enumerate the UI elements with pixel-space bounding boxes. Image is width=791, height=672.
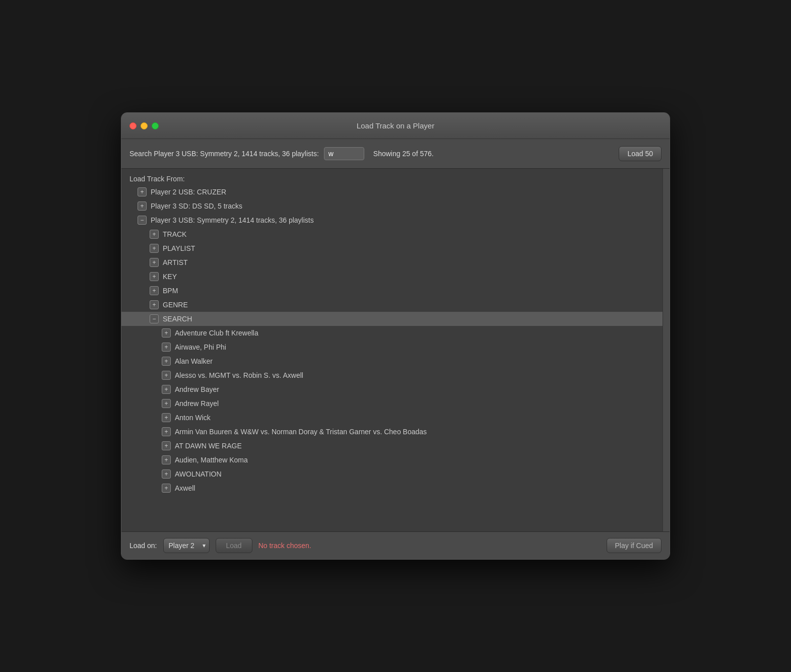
item-label: Adventure Club ft Krewella [175, 329, 258, 337]
list-item[interactable]: + AT DAWN WE RAGE [121, 439, 663, 453]
bottom-bar: Load on: Player 2 Player 3 Player 4 Load… [121, 531, 670, 559]
collapse-icon[interactable]: − [138, 216, 147, 225]
item-label: Airwave, Phi Phi [175, 343, 226, 351]
maximize-button[interactable] [152, 122, 159, 129]
expand-icon[interactable]: + [162, 469, 171, 479]
item-label: KEY [163, 273, 177, 281]
item-label: Armin Van Buuren & W&W vs. Norman Doray … [175, 428, 427, 436]
load50-button[interactable]: Load 50 [619, 146, 662, 161]
list-item[interactable]: + Audien, Matthew Koma [121, 453, 663, 467]
item-label: Andrew Rayel [175, 399, 219, 408]
list-item[interactable]: + Armin Van Buuren & W&W vs. Norman Dora… [121, 425, 663, 439]
item-label: Alan Walker [175, 357, 213, 365]
item-label: Anton Wick [175, 414, 211, 422]
expand-icon[interactable]: + [150, 272, 159, 281]
item-label: Player 3 USB: Symmetry 2, 1414 tracks, 3… [151, 216, 314, 224]
expand-icon[interactable]: + [138, 187, 147, 196]
item-label: Player 2 USB: CRUZER [151, 188, 226, 196]
list-item[interactable]: + Anton Wick [121, 411, 663, 425]
load-button[interactable]: Load [216, 538, 252, 553]
item-label: Andrew Bayer [175, 385, 219, 393]
tree-header: Load Track From: [121, 173, 663, 185]
close-button[interactable] [129, 122, 137, 129]
list-item[interactable]: − Player 3 USB: Symmetry 2, 1414 tracks,… [121, 213, 663, 227]
item-label: SEARCH [163, 315, 192, 323]
item-label: ARTIST [163, 258, 188, 266]
player-select-wrapper[interactable]: Player 2 Player 3 Player 4 [163, 538, 210, 553]
expand-icon[interactable]: + [162, 399, 171, 408]
list-item[interactable]: + ARTIST [121, 255, 663, 270]
search-item[interactable]: − SEARCH [121, 312, 663, 326]
list-item[interactable]: + Airwave, Phi Phi [121, 340, 663, 354]
toolbar: Search Player 3 USB: Symmetry 2, 1414 tr… [121, 139, 670, 169]
expand-icon[interactable]: + [162, 343, 171, 352]
list-item[interactable]: + PLAYLIST [121, 241, 663, 255]
expand-icon[interactable]: + [162, 455, 171, 464]
player-select[interactable]: Player 2 Player 3 Player 4 [163, 538, 210, 553]
no-track-label: No track chosen. [258, 542, 311, 550]
main-window: Load Track on a Player Search Player 3 U… [121, 112, 670, 560]
scrollbar-track[interactable] [663, 169, 670, 531]
item-label: AWOLNATION [175, 470, 222, 478]
item-label: BPM [163, 287, 178, 295]
titlebar: Load Track on a Player [121, 113, 670, 139]
expand-icon[interactable]: + [162, 413, 171, 422]
expand-icon[interactable]: + [162, 441, 171, 450]
expand-icon[interactable]: + [162, 427, 171, 436]
list-item[interactable]: + Andrew Rayel [121, 396, 663, 411]
list-item[interactable]: + AWOLNATION [121, 467, 663, 481]
item-label: Alesso vs. MGMT vs. Robin S. vs. Axwell [175, 371, 303, 379]
window-title: Load Track on a Player [357, 121, 434, 130]
minimize-button[interactable] [141, 122, 148, 129]
list-item[interactable]: + Player 2 USB: CRUZER [121, 185, 663, 199]
expand-icon[interactable]: + [150, 230, 159, 239]
list-item[interactable]: + Alesso vs. MGMT vs. Robin S. vs. Axwel… [121, 368, 663, 382]
collapse-icon[interactable]: − [150, 314, 159, 323]
item-label: GENRE [163, 301, 188, 309]
list-item[interactable]: + Andrew Bayer [121, 382, 663, 396]
load-on-label: Load on: [129, 542, 157, 550]
expand-icon[interactable]: + [150, 286, 159, 295]
expand-icon[interactable]: + [138, 201, 147, 211]
item-label: AT DAWN WE RAGE [175, 442, 242, 450]
expand-icon[interactable]: + [162, 385, 171, 394]
expand-icon[interactable]: + [150, 258, 159, 267]
expand-icon[interactable]: + [162, 484, 171, 493]
list-item[interactable]: + BPM [121, 284, 663, 298]
traffic-lights [129, 122, 159, 129]
list-item[interactable]: + Axwell [121, 481, 663, 495]
expand-icon[interactable]: + [162, 371, 171, 380]
item-label: PLAYLIST [163, 244, 195, 252]
item-label: Axwell [175, 484, 195, 492]
list-item[interactable]: + KEY [121, 270, 663, 284]
item-label: Audien, Matthew Koma [175, 456, 248, 464]
expand-icon[interactable]: + [162, 328, 171, 338]
search-input[interactable] [324, 147, 364, 160]
list-item[interactable]: + Alan Walker [121, 354, 663, 368]
list-item[interactable]: + TRACK [121, 227, 663, 241]
expand-icon[interactable]: + [150, 244, 159, 253]
list-item[interactable]: + Adventure Club ft Krewella [121, 326, 663, 340]
content-area: Load Track From: + Player 2 USB: CRUZER … [121, 169, 670, 531]
search-label: Search Player 3 USB: Symmetry 2, 1414 tr… [129, 150, 319, 158]
list-item[interactable]: + GENRE [121, 298, 663, 312]
list-item[interactable]: + Player 3 SD: DS SD, 5 tracks [121, 199, 663, 213]
item-label: Player 3 SD: DS SD, 5 tracks [151, 202, 242, 210]
play-if-cued-button[interactable]: Play if Cued [607, 538, 662, 553]
item-label: TRACK [163, 230, 186, 238]
expand-icon[interactable]: + [150, 300, 159, 309]
expand-icon[interactable]: + [162, 357, 171, 366]
showing-label: Showing 25 of 576. [373, 150, 434, 158]
tree-panel[interactable]: Load Track From: + Player 2 USB: CRUZER … [121, 169, 663, 531]
